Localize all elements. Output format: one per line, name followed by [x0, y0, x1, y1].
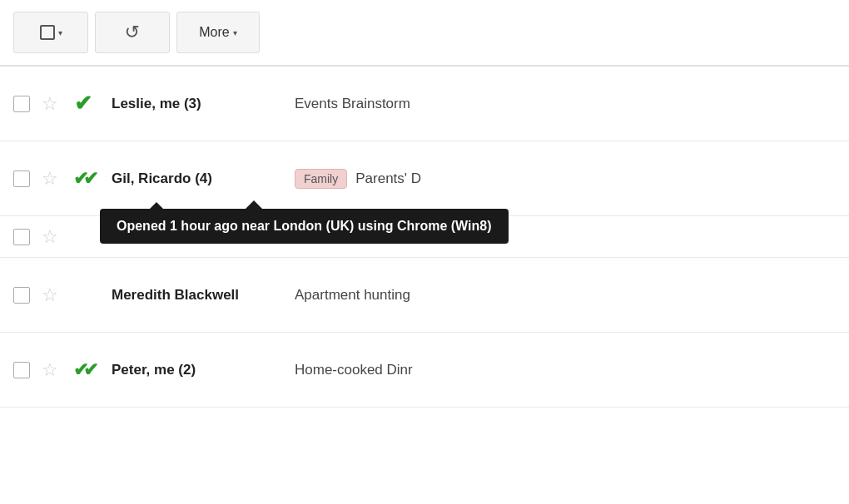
star-icon[interactable]: ☆: [42, 170, 58, 188]
refresh-button[interactable]: ↻: [95, 12, 170, 53]
email-row[interactable]: ☆ ✔✔ Peter, me (2) Home-cooked Dinr: [0, 333, 849, 408]
email-row[interactable]: ☆ ✔ Leslie, me (3) Events Brainstorm: [0, 67, 849, 141]
email-row[interactable]: ☆ ✔✔ Gil, Ricardo (4) Family Parents' D …: [0, 141, 849, 216]
more-button[interactable]: More ▾: [176, 12, 260, 53]
double-check-icon: ✔✔: [68, 168, 98, 190]
subject-text: Events Brainstorm: [295, 96, 410, 112]
select-checkbox-button[interactable]: ▾: [13, 12, 88, 53]
more-label: More: [199, 25, 229, 40]
check-icon: ✔: [68, 91, 98, 116]
row-checkbox[interactable]: [13, 287, 30, 304]
subject-text: Parents' D: [355, 170, 421, 187]
sender-name: Gil, Ricardo (4): [112, 170, 295, 187]
subject-text: Home-cooked Dinr: [295, 362, 413, 378]
star-icon[interactable]: ☆: [42, 95, 58, 113]
double-check-icon: ✔✔: [68, 359, 98, 381]
toolbar: ▾ ↻ More ▾: [0, 0, 849, 66]
sender-name: Leslie, me (3): [112, 96, 295, 112]
row-checkbox[interactable]: [13, 229, 30, 245]
subject-area: Home-cooked Dinr: [295, 362, 836, 378]
row-checkbox[interactable]: [13, 96, 30, 112]
sender-name: Peter, me (2): [112, 362, 295, 378]
row-checkbox[interactable]: [13, 362, 30, 378]
subject-area: Events Brainstorm: [295, 96, 836, 112]
family-label: Family: [295, 169, 347, 189]
email-list: ☆ ✔ Leslie, me (3) Events Brainstorm ☆ ✔…: [0, 67, 849, 408]
checkbox-icon: [40, 25, 55, 40]
email-tooltip: Opened 1 hour ago near London (UK) using…: [100, 209, 509, 244]
subject-area: Apartment hunting: [295, 287, 836, 304]
refresh-icon: ↻: [125, 22, 140, 43]
more-chevron-icon: ▾: [233, 28, 237, 37]
email-row[interactable]: ☆ Meredith Blackwell Apartment hunting: [0, 258, 849, 333]
star-icon[interactable]: ☆: [42, 286, 58, 304]
subject-area: Family Parents' D: [295, 169, 836, 189]
row-checkbox[interactable]: [13, 170, 30, 187]
star-icon[interactable]: ☆: [42, 361, 58, 379]
subject-text: Apartment hunting: [295, 287, 410, 304]
star-icon[interactable]: ☆: [42, 228, 58, 246]
tooltip-text: Opened 1 hour ago near London (UK) using…: [117, 219, 492, 233]
sender-name: Meredith Blackwell: [112, 287, 295, 304]
tooltip-arrow: [246, 200, 262, 209]
checkbox-dropdown-chevron: ▾: [58, 28, 62, 37]
